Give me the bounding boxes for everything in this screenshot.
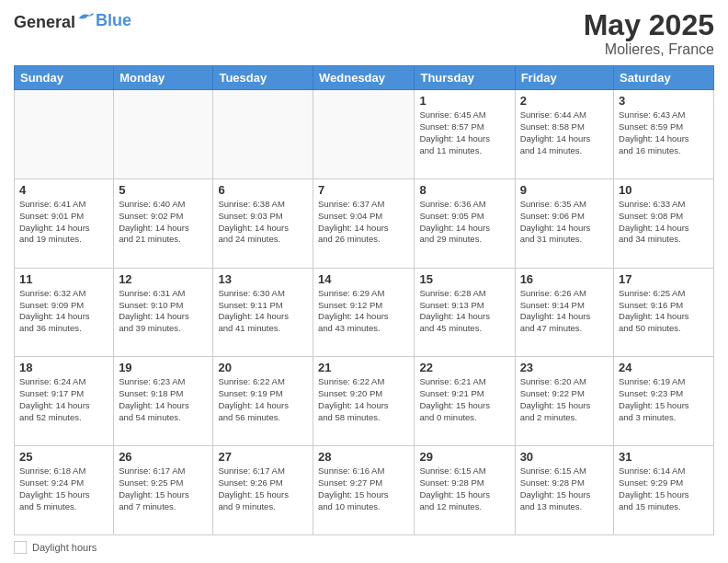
week-row-4: 18Sunrise: 6:24 AM Sunset: 9:17 PM Dayli… xyxy=(15,357,714,446)
day-info: Sunrise: 6:17 AM Sunset: 9:25 PM Dayligh… xyxy=(119,465,208,512)
calendar: Sunday Monday Tuesday Wednesday Thursday… xyxy=(14,65,714,535)
day-number: 4 xyxy=(19,183,108,197)
col-thursday: Thursday xyxy=(415,66,515,90)
week-row-5: 25Sunrise: 6:18 AM Sunset: 9:24 PM Dayli… xyxy=(15,446,714,535)
day-number: 2 xyxy=(520,94,609,108)
day-info: Sunrise: 6:44 AM Sunset: 8:58 PM Dayligh… xyxy=(520,109,609,156)
footer: Daylight hours xyxy=(14,541,714,554)
day-number: 25 xyxy=(19,450,108,464)
day-info: Sunrise: 6:23 AM Sunset: 9:18 PM Dayligh… xyxy=(119,376,208,423)
calendar-cell: 23Sunrise: 6:20 AM Sunset: 9:22 PM Dayli… xyxy=(515,357,613,446)
calendar-cell xyxy=(114,90,213,179)
calendar-cell: 29Sunrise: 6:15 AM Sunset: 9:28 PM Dayli… xyxy=(415,446,515,535)
day-info: Sunrise: 6:16 AM Sunset: 9:27 PM Dayligh… xyxy=(318,465,409,512)
calendar-cell: 16Sunrise: 6:26 AM Sunset: 9:14 PM Dayli… xyxy=(515,268,613,357)
calendar-cell xyxy=(313,90,415,179)
day-number: 9 xyxy=(520,183,609,197)
day-info: Sunrise: 6:30 AM Sunset: 9:11 PM Dayligh… xyxy=(218,288,308,335)
calendar-cell: 2Sunrise: 6:44 AM Sunset: 8:58 PM Daylig… xyxy=(515,90,613,179)
calendar-cell: 10Sunrise: 6:33 AM Sunset: 9:08 PM Dayli… xyxy=(614,178,714,268)
calendar-cell: 30Sunrise: 6:15 AM Sunset: 9:28 PM Dayli… xyxy=(515,446,613,535)
day-info: Sunrise: 6:38 AM Sunset: 9:03 PM Dayligh… xyxy=(218,199,308,246)
week-row-3: 11Sunrise: 6:32 AM Sunset: 9:09 PM Dayli… xyxy=(15,268,714,357)
calendar-cell: 27Sunrise: 6:17 AM Sunset: 9:26 PM Dayli… xyxy=(213,446,313,535)
day-info: Sunrise: 6:26 AM Sunset: 9:14 PM Dayligh… xyxy=(520,288,609,335)
day-number: 12 xyxy=(119,272,208,286)
calendar-cell: 13Sunrise: 6:30 AM Sunset: 9:11 PM Dayli… xyxy=(213,268,313,357)
calendar-header-row: Sunday Monday Tuesday Wednesday Thursday… xyxy=(15,66,714,90)
day-info: Sunrise: 6:18 AM Sunset: 9:24 PM Dayligh… xyxy=(19,465,108,512)
day-info: Sunrise: 6:40 AM Sunset: 9:02 PM Dayligh… xyxy=(119,199,208,246)
day-info: Sunrise: 6:19 AM Sunset: 9:23 PM Dayligh… xyxy=(619,376,709,423)
col-friday: Friday xyxy=(515,66,613,90)
col-monday: Monday xyxy=(114,66,213,90)
page: General Blue May 2025 Molieres, France S… xyxy=(0,0,728,563)
calendar-cell: 22Sunrise: 6:21 AM Sunset: 9:21 PM Dayli… xyxy=(415,357,515,446)
day-info: Sunrise: 6:20 AM Sunset: 9:22 PM Dayligh… xyxy=(520,376,609,423)
day-number: 8 xyxy=(419,183,509,197)
calendar-cell: 17Sunrise: 6:25 AM Sunset: 9:16 PM Dayli… xyxy=(614,268,714,357)
calendar-cell: 21Sunrise: 6:22 AM Sunset: 9:20 PM Dayli… xyxy=(313,357,415,446)
day-number: 11 xyxy=(19,272,108,286)
day-number: 14 xyxy=(318,272,409,286)
month-title: May 2025 xyxy=(584,9,714,41)
calendar-cell: 9Sunrise: 6:35 AM Sunset: 9:06 PM Daylig… xyxy=(515,178,613,268)
calendar-cell: 28Sunrise: 6:16 AM Sunset: 9:27 PM Dayli… xyxy=(313,446,415,535)
day-info: Sunrise: 6:36 AM Sunset: 9:05 PM Dayligh… xyxy=(419,199,509,246)
calendar-cell: 1Sunrise: 6:45 AM Sunset: 8:57 PM Daylig… xyxy=(415,90,515,179)
calendar-cell: 24Sunrise: 6:19 AM Sunset: 9:23 PM Dayli… xyxy=(614,357,714,446)
day-number: 5 xyxy=(119,183,208,197)
day-info: Sunrise: 6:31 AM Sunset: 9:10 PM Dayligh… xyxy=(119,288,208,335)
day-number: 1 xyxy=(419,94,509,108)
logo: General Blue xyxy=(14,9,131,32)
calendar-cell xyxy=(15,90,114,179)
calendar-cell: 11Sunrise: 6:32 AM Sunset: 9:09 PM Dayli… xyxy=(15,268,114,357)
day-number: 17 xyxy=(619,272,709,286)
calendar-cell: 3Sunrise: 6:43 AM Sunset: 8:59 PM Daylig… xyxy=(614,90,714,179)
calendar-cell: 20Sunrise: 6:22 AM Sunset: 9:19 PM Dayli… xyxy=(213,357,313,446)
day-info: Sunrise: 6:41 AM Sunset: 9:01 PM Dayligh… xyxy=(19,199,108,246)
day-info: Sunrise: 6:22 AM Sunset: 9:20 PM Dayligh… xyxy=(318,376,409,423)
col-tuesday: Tuesday xyxy=(213,66,313,90)
day-info: Sunrise: 6:15 AM Sunset: 9:28 PM Dayligh… xyxy=(419,465,509,512)
day-info: Sunrise: 6:17 AM Sunset: 9:26 PM Dayligh… xyxy=(218,465,308,512)
daylight-legend-box xyxy=(14,541,27,554)
day-info: Sunrise: 6:37 AM Sunset: 9:04 PM Dayligh… xyxy=(318,199,409,246)
day-number: 21 xyxy=(318,361,409,374)
header: General Blue May 2025 Molieres, France xyxy=(14,9,714,58)
calendar-cell: 31Sunrise: 6:14 AM Sunset: 9:29 PM Dayli… xyxy=(614,446,714,535)
day-info: Sunrise: 6:28 AM Sunset: 9:13 PM Dayligh… xyxy=(419,288,509,335)
calendar-cell xyxy=(213,90,313,179)
day-number: 16 xyxy=(520,272,609,286)
day-number: 6 xyxy=(218,183,308,197)
day-number: 22 xyxy=(419,361,509,374)
logo-bird-icon xyxy=(77,9,96,28)
day-info: Sunrise: 6:24 AM Sunset: 9:17 PM Dayligh… xyxy=(19,376,108,423)
title-block: May 2025 Molieres, France xyxy=(584,9,714,58)
col-sunday: Sunday xyxy=(15,66,114,90)
day-number: 28 xyxy=(318,450,409,464)
day-number: 24 xyxy=(619,361,709,374)
day-number: 15 xyxy=(419,272,509,286)
day-number: 30 xyxy=(520,450,609,464)
day-info: Sunrise: 6:29 AM Sunset: 9:12 PM Dayligh… xyxy=(318,288,409,335)
day-info: Sunrise: 6:32 AM Sunset: 9:09 PM Dayligh… xyxy=(19,288,108,335)
day-number: 10 xyxy=(619,183,709,197)
calendar-cell: 4Sunrise: 6:41 AM Sunset: 9:01 PM Daylig… xyxy=(15,178,114,268)
logo-blue-text: Blue xyxy=(96,11,131,29)
calendar-cell: 8Sunrise: 6:36 AM Sunset: 9:05 PM Daylig… xyxy=(415,178,515,268)
day-number: 3 xyxy=(619,94,709,108)
calendar-cell: 25Sunrise: 6:18 AM Sunset: 9:24 PM Dayli… xyxy=(15,446,114,535)
calendar-cell: 6Sunrise: 6:38 AM Sunset: 9:03 PM Daylig… xyxy=(213,178,313,268)
day-info: Sunrise: 6:15 AM Sunset: 9:28 PM Dayligh… xyxy=(520,465,609,512)
day-number: 20 xyxy=(218,361,308,374)
calendar-cell: 5Sunrise: 6:40 AM Sunset: 9:02 PM Daylig… xyxy=(114,178,213,268)
calendar-cell: 14Sunrise: 6:29 AM Sunset: 9:12 PM Dayli… xyxy=(313,268,415,357)
col-wednesday: Wednesday xyxy=(313,66,415,90)
logo-general-text: General xyxy=(14,13,75,31)
col-saturday: Saturday xyxy=(614,66,714,90)
day-info: Sunrise: 6:35 AM Sunset: 9:06 PM Dayligh… xyxy=(520,199,609,246)
day-info: Sunrise: 6:45 AM Sunset: 8:57 PM Dayligh… xyxy=(419,109,509,156)
day-number: 27 xyxy=(218,450,308,464)
day-info: Sunrise: 6:43 AM Sunset: 8:59 PM Dayligh… xyxy=(619,109,709,156)
